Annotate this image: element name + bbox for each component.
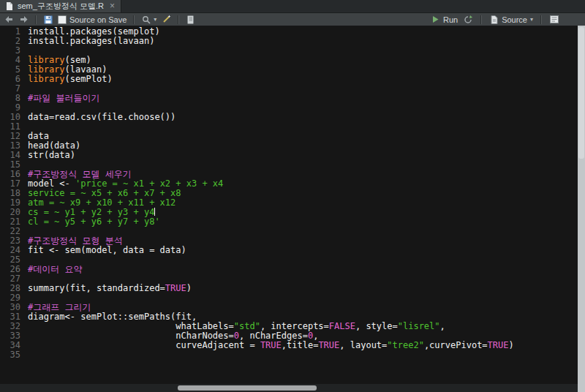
- source-label: Source: [502, 15, 527, 24]
- source-on-save-checkbox[interactable]: [58, 15, 67, 24]
- code-text: data=read.csv(file.choose()): [20, 113, 176, 122]
- source-on-save-label: Source on Save: [69, 15, 127, 24]
- code-line[interactable]: 13head(data): [0, 141, 578, 151]
- source-button[interactable]: Source ▾: [489, 15, 533, 24]
- code-text: [20, 122, 28, 132]
- code-text: fit <- sem(model, data = data): [20, 246, 186, 255]
- compile-report-icon[interactable]: [186, 15, 195, 24]
- rstudio-source-pane: sem_구조방정식 모델.R × Source on Save: [0, 0, 585, 392]
- source-toolbar: Source on Save ▾: [0, 13, 585, 26]
- code-text: install.packages(lavaan): [20, 37, 154, 46]
- editor-tab-bar: sem_구조방정식 모델.R ×: [0, 0, 585, 13]
- line-number: 35: [0, 350, 20, 360]
- code-line[interactable]: 26#데이터 요약: [0, 265, 578, 274]
- code-text: #데이터 요약: [20, 265, 82, 274]
- code-line[interactable]: 35: [0, 350, 578, 360]
- code-line[interactable]: 8#파일 불러들이기: [0, 94, 578, 103]
- toolbar-right-group: Run Source ▾: [431, 15, 581, 24]
- chevron-down-icon: ▾: [530, 17, 533, 23]
- code-text: [20, 255, 28, 265]
- toolbar-separator: [35, 15, 37, 24]
- horizontal-scrollbar-thumb[interactable]: [178, 385, 317, 391]
- code-line[interactable]: 25: [0, 255, 578, 265]
- chevron-down-icon: ▾: [154, 17, 156, 23]
- code-text: [20, 103, 28, 113]
- code-line[interactable]: 21cl = ~ y5 + y6 + y7 + y8': [0, 217, 578, 227]
- document-outline-icon[interactable]: [549, 15, 559, 24]
- run-label: Run: [443, 15, 458, 24]
- text-cursor: [154, 208, 155, 216]
- horizontal-scrollbar[interactable]: [0, 384, 578, 392]
- code-text: library(semPlot): [20, 75, 113, 84]
- run-button[interactable]: Run: [431, 15, 458, 24]
- toolbar-separator: [178, 15, 179, 24]
- code-text: str(data): [20, 151, 75, 160]
- code-text: [20, 293, 28, 303]
- save-icon[interactable]: [43, 15, 53, 24]
- code-text: curveAdjacent = TRUE,title=TRUE, layout=…: [20, 341, 514, 350]
- r-file-icon: [4, 1, 14, 11]
- rerun-previous-icon[interactable]: [464, 15, 473, 24]
- nav-back-icon[interactable]: [4, 15, 14, 24]
- file-tab[interactable]: sem_구조방정식 모델.R ×: [0, 0, 121, 12]
- toolbar-separator: [540, 15, 542, 24]
- vertical-scrollbar-thumb[interactable]: [578, 27, 584, 159]
- source-script-icon: [489, 15, 499, 24]
- code-line[interactable]: 24fit <- sem(model, data = data): [0, 246, 578, 255]
- code-lines: 1install.packages(semplot)2install.packa…: [0, 27, 578, 384]
- source-on-save-toggle[interactable]: Source on Save: [58, 15, 127, 24]
- toolbar-separator: [133, 15, 135, 24]
- code-line[interactable]: 14str(data): [0, 151, 578, 160]
- nav-forward-icon[interactable]: [19, 15, 29, 24]
- code-text: [20, 350, 28, 360]
- code-line[interactable]: 10data=read.csv(file.choose()): [0, 113, 578, 122]
- tab-close-icon[interactable]: ×: [110, 2, 115, 10]
- vertical-scrollbar[interactable]: [578, 26, 585, 392]
- tab-title: sem_구조방정식 모델.R: [18, 0, 104, 12]
- code-line[interactable]: 34 curveAdjacent = TRUE,title=TRUE, layo…: [0, 341, 578, 350]
- code-text: summary(fit, standardized=TRUE): [20, 284, 192, 293]
- code-text: #파일 불러들이기: [20, 94, 99, 103]
- run-play-icon: [431, 15, 440, 24]
- code-editor[interactable]: 1install.packages(semplot)2install.packa…: [0, 26, 585, 392]
- code-line[interactable]: 2install.packages(lavaan): [0, 37, 578, 46]
- find-replace-button[interactable]: ▾: [141, 15, 156, 24]
- toolbar-separator: [480, 15, 482, 24]
- code-line[interactable]: 12data: [0, 132, 578, 141]
- code-text: [20, 84, 28, 94]
- code-text: [20, 160, 28, 170]
- code-text: [20, 227, 28, 236]
- code-line[interactable]: 6library(semPlot): [0, 75, 578, 84]
- code-text: [20, 274, 28, 284]
- code-text: cl = ~ y5 + y6 + y7 + y8': [20, 217, 160, 227]
- code-tools-wand-icon[interactable]: [162, 15, 171, 24]
- code-text: [20, 46, 28, 56]
- code-line[interactable]: 11: [0, 122, 578, 132]
- code-line[interactable]: 28summary(fit, standardized=TRUE): [0, 284, 578, 293]
- search-icon: [141, 15, 151, 24]
